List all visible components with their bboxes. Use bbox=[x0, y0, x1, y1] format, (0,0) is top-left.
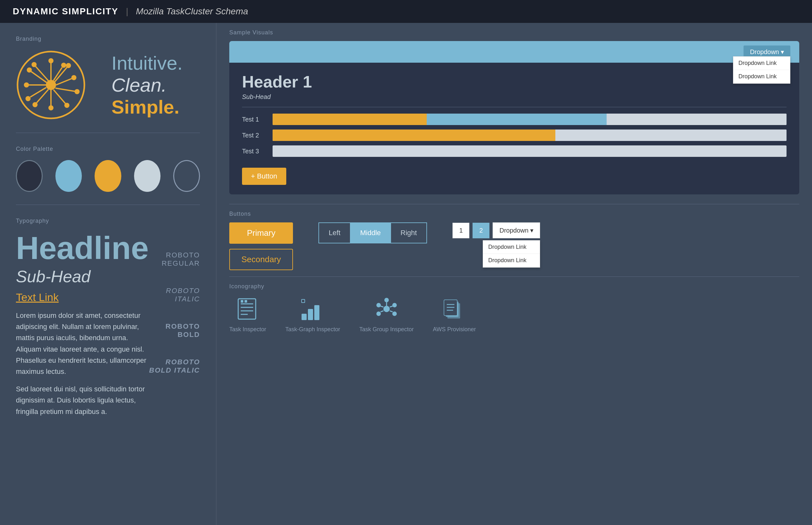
font-label-bold: ROBOTO BOLD bbox=[149, 322, 200, 339]
bar-container-1 bbox=[273, 114, 786, 125]
iconography-section: Iconography Task Inspector bbox=[229, 283, 799, 333]
type-subhead: Sub-Head bbox=[16, 267, 149, 286]
svg-point-13 bbox=[48, 105, 54, 110]
svg-rect-32 bbox=[245, 300, 247, 303]
svg-point-44 bbox=[376, 303, 381, 308]
btn-group-left[interactable]: Left bbox=[318, 222, 350, 243]
header-bar: DYNAMIC SIMPLICITY | Mozilla TaskCluster… bbox=[0, 0, 812, 23]
sample-dropdown-item-2[interactable]: Dropdown Link bbox=[733, 70, 790, 84]
primary-button[interactable]: Primary bbox=[229, 222, 293, 244]
pagination-dropdown-item-2[interactable]: Dropdown Link bbox=[483, 254, 540, 267]
branding-label: Branding bbox=[16, 36, 200, 42]
sample-subhead: Sub-Head bbox=[242, 93, 786, 101]
bar-label-1: Test 1 bbox=[242, 116, 267, 123]
svg-point-7 bbox=[71, 75, 76, 80]
bar-row-3: Test 3 bbox=[242, 146, 786, 157]
task-inspector-label: Task Inspector bbox=[229, 326, 266, 333]
app-title: DYNAMIC SIMPLICITY bbox=[13, 6, 118, 17]
color-outline bbox=[173, 160, 200, 192]
right-panel: Sample Visuals Dropdown ▾ Dropdown Link … bbox=[217, 23, 812, 525]
type-link[interactable]: Text Link bbox=[16, 291, 149, 303]
svg-point-9 bbox=[74, 89, 79, 94]
primary-secondary-col: Primary Secondary bbox=[229, 222, 293, 270]
task-group-inspector-label: Task Group Inspector bbox=[359, 326, 414, 333]
bar-label-2: Test 2 bbox=[242, 132, 267, 139]
button-group: Left Middle Right bbox=[318, 222, 427, 243]
pagination-dropdown-item-1[interactable]: Dropdown Link bbox=[483, 241, 540, 254]
svg-rect-36 bbox=[302, 299, 305, 303]
color-palette-label: Color Palette bbox=[16, 146, 200, 152]
svg-line-14 bbox=[37, 89, 48, 103]
svg-rect-35 bbox=[314, 305, 319, 320]
svg-rect-34 bbox=[308, 309, 313, 320]
typography-section: Typography Headline Sub-Head Text Link L… bbox=[16, 217, 200, 423]
icon-item-aws: AWS Provisioner bbox=[433, 296, 476, 333]
color-circles bbox=[16, 160, 200, 192]
svg-point-37 bbox=[383, 306, 390, 312]
bar-row-2: Test 2 bbox=[242, 130, 786, 141]
font-label-bold-italic: ROBOTO BOLD ITALIC bbox=[149, 358, 200, 375]
svg-point-15 bbox=[32, 102, 38, 107]
svg-point-46 bbox=[376, 312, 381, 316]
icon-item-task-graph: Task-Graph Inspector bbox=[285, 296, 340, 333]
bar-segment-light-1 bbox=[607, 114, 786, 125]
icons-divider bbox=[229, 276, 799, 277]
main-content: Branding bbox=[0, 23, 812, 525]
type-body-1: Lorem ipsum dolor sit amet, consectetur … bbox=[16, 310, 149, 377]
sample-dropdown-item-1[interactable]: Dropdown Link bbox=[733, 57, 790, 70]
font-label-regular: ROBOTO REGULAR bbox=[149, 251, 200, 268]
bar-label-3: Test 3 bbox=[242, 148, 267, 155]
secondary-button[interactable]: Secondary bbox=[229, 249, 293, 270]
svg-point-38 bbox=[385, 298, 389, 302]
svg-point-11 bbox=[64, 103, 69, 108]
task-graph-inspector-icon bbox=[300, 296, 325, 322]
svg-line-47 bbox=[380, 311, 383, 312]
task-graph-inspector-label: Task-Graph Inspector bbox=[285, 326, 340, 333]
svg-point-3 bbox=[48, 58, 54, 63]
svg-line-41 bbox=[390, 306, 393, 307]
svg-point-40 bbox=[392, 303, 397, 308]
svg-line-10 bbox=[54, 90, 65, 103]
bar-container-3 bbox=[273, 146, 786, 157]
bar-segment-orange-2 bbox=[273, 130, 555, 141]
sample-divider bbox=[242, 107, 786, 107]
bar-container-2 bbox=[273, 130, 786, 141]
btn-group-middle[interactable]: Middle bbox=[350, 222, 390, 243]
bar-segment-light-3 bbox=[273, 146, 786, 157]
buttons-section: Buttons Primary Secondary Left Middle Ri… bbox=[229, 211, 799, 270]
buttons-label: Buttons bbox=[229, 211, 799, 217]
bar-segment-blue-1 bbox=[427, 114, 607, 125]
pagination-dropdown-menu: Dropdown Link Dropdown Link bbox=[483, 240, 540, 268]
type-body-2: Sed laoreet dui nisl, quis sollicitudin … bbox=[16, 384, 149, 417]
svg-point-23 bbox=[31, 62, 37, 67]
color-palette-section: Color Palette bbox=[16, 146, 200, 205]
svg-point-19 bbox=[24, 82, 29, 88]
sample-dropdown-menu: Dropdown Link Dropdown Link bbox=[733, 56, 791, 84]
svg-line-6 bbox=[56, 79, 72, 85]
tone-line-1: Intuitive. bbox=[112, 52, 183, 74]
btn-group-right[interactable]: Right bbox=[390, 222, 427, 243]
typography-row: Headline Sub-Head Text Link Lorem ipsum … bbox=[16, 232, 200, 423]
sample-header-bar: Dropdown ▾ Dropdown Link Dropdown Link bbox=[229, 41, 799, 63]
typography-label: Typography bbox=[16, 217, 200, 224]
tone-line-2: Clean. bbox=[112, 74, 183, 96]
bar-segment-orange-1 bbox=[273, 114, 427, 125]
svg-line-8 bbox=[55, 88, 75, 91]
font-label-italic: ROBOTO ITALIC bbox=[149, 287, 200, 303]
svg-point-42 bbox=[392, 312, 397, 316]
svg-rect-31 bbox=[241, 300, 243, 303]
color-light bbox=[134, 160, 160, 192]
page-btn-1[interactable]: 1 bbox=[452, 223, 469, 238]
branding-section: Intuitive. Clean. Simple. bbox=[16, 50, 200, 133]
color-blue bbox=[55, 160, 82, 192]
typography-left: Headline Sub-Head Text Link Lorem ipsum … bbox=[16, 232, 149, 423]
page-btn-2[interactable]: 2 bbox=[473, 223, 490, 238]
pagination-dropdown-button[interactable]: Dropdown ▾ bbox=[493, 222, 540, 238]
icon-item-task-inspector: Task Inspector bbox=[229, 296, 266, 333]
svg-point-5 bbox=[66, 63, 71, 68]
task-inspector-icon bbox=[235, 296, 260, 322]
svg-point-17 bbox=[26, 96, 31, 101]
add-button[interactable]: + Button bbox=[242, 168, 286, 185]
aws-provisioner-label: AWS Provisioner bbox=[433, 326, 476, 333]
bar-segment-light-2 bbox=[555, 130, 786, 141]
